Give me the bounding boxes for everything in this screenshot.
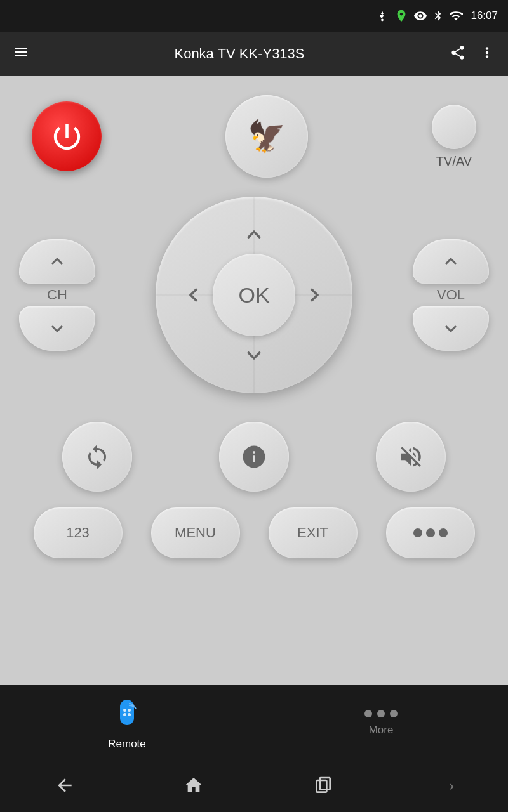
more-tab-label: More	[369, 724, 394, 737]
tvav-area: TV/AV	[432, 105, 476, 169]
android-nav-bar: ⌃	[0, 761, 508, 812]
remote-tab-label: Remote	[108, 738, 146, 750]
volume-down-button[interactable]	[413, 306, 489, 351]
menu-label: MENU	[175, 525, 216, 541]
svg-rect-4	[128, 713, 131, 716]
nav-back-button[interactable]	[55, 775, 75, 798]
location-icon	[394, 9, 408, 23]
ok-label: OK	[238, 283, 269, 308]
menu-button[interactable]: MENU	[151, 508, 240, 558]
ok-button[interactable]: OK	[213, 254, 295, 336]
remote-area: 🦅 TV/AV CH	[0, 76, 508, 710]
exit-button[interactable]: EXIT	[269, 508, 358, 558]
channel-control: CH	[19, 239, 95, 351]
middle-section: CH	[0, 190, 508, 400]
svg-rect-1	[123, 709, 126, 712]
volume-up-button[interactable]	[413, 239, 489, 284]
more-icon[interactable]	[479, 44, 495, 63]
nav-recents-button[interactable]	[313, 775, 333, 798]
refresh-button[interactable]	[62, 422, 132, 492]
bottom-tab-bar: Remote More	[0, 685, 508, 761]
status-time: 16:07	[471, 10, 498, 22]
mute-button[interactable]	[376, 422, 446, 492]
num123-button[interactable]: 123	[34, 508, 123, 558]
svg-rect-2	[128, 709, 131, 712]
volume-control: VOL	[413, 239, 489, 351]
tab-remote[interactable]: Remote	[0, 696, 254, 750]
status-bar-right: 16:07	[375, 9, 498, 23]
usb-icon	[375, 9, 389, 23]
more-dots-icon	[413, 528, 448, 537]
action-row	[0, 409, 508, 504]
share-icon[interactable]	[450, 44, 466, 63]
power-button[interactable]	[32, 102, 102, 171]
tab-more[interactable]: More	[254, 710, 508, 737]
dpad-container: OK	[156, 197, 352, 393]
more-tab-dots	[364, 710, 398, 717]
tvav-button[interactable]	[432, 105, 476, 149]
nav-menu-indicator: ⌃	[442, 778, 453, 795]
logo-emoji: 🦅	[248, 121, 286, 152]
nav-home-button[interactable]	[184, 775, 204, 798]
channel-down-button[interactable]	[19, 306, 95, 351]
status-bar: 16:07	[0, 0, 508, 32]
bluetooth-icon	[432, 9, 444, 23]
app-title: Konka TV KK-Y313S	[174, 46, 304, 62]
dpad-outer: OK	[156, 197, 352, 393]
wifi-icon	[449, 9, 463, 23]
info-button[interactable]	[219, 422, 289, 492]
bottom-row: 123 MENU EXIT	[0, 504, 508, 571]
more-button[interactable]	[386, 508, 475, 558]
channel-label: CH	[47, 287, 67, 303]
hamburger-icon[interactable]	[13, 44, 29, 64]
volume-label: VOL	[437, 287, 465, 303]
num123-label: 123	[66, 525, 90, 541]
logo-button[interactable]: 🦅	[225, 95, 308, 178]
tvav-label: TV/AV	[436, 154, 472, 169]
top-row: 🦅 TV/AV	[0, 76, 508, 184]
channel-up-button[interactable]	[19, 239, 95, 284]
app-bar: Konka TV KK-Y313S	[0, 32, 508, 76]
eye-icon	[413, 9, 427, 23]
svg-rect-3	[123, 713, 126, 716]
remote-tab-icon	[111, 696, 143, 734]
exit-label: EXIT	[297, 525, 328, 541]
